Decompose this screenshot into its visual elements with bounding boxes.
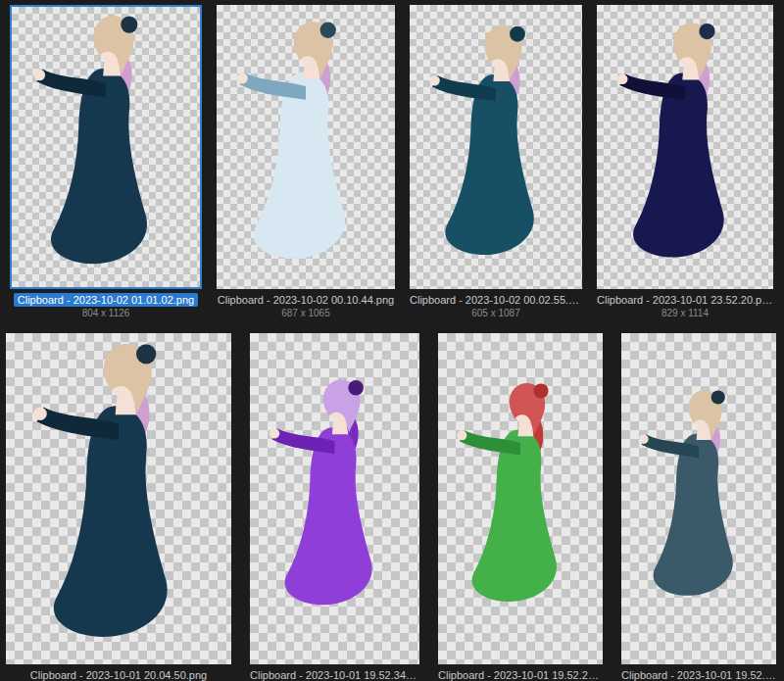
artwork-figure <box>250 333 419 664</box>
thumbnail-image[interactable] <box>250 333 419 664</box>
hair-flower-icon <box>533 383 548 398</box>
thumbnail-card[interactable]: Clipboard - 2023-10-02 00.02.55.png 605 … <box>410 5 582 319</box>
gallery-row-1: Clipboard - 2023-10-02 01.01.02.png 804 … <box>0 0 784 319</box>
thumbnail-image[interactable] <box>10 5 202 289</box>
thumbnail-card[interactable]: Clipboard - 2023-10-01 19.52.34.png <box>250 333 419 681</box>
hair-flower-icon <box>320 23 336 38</box>
artwork-figure <box>6 333 231 664</box>
figure-dress <box>445 74 534 255</box>
figure-hand <box>34 70 45 80</box>
figure-dress <box>633 73 724 257</box>
dimensions-label: 804 x 1126 <box>82 308 130 319</box>
thumbnail-image[interactable] <box>6 333 231 664</box>
figure-hand <box>270 428 279 438</box>
thumbnail-card[interactable]: Clipboard - 2023-10-02 01.01.02.png 804 … <box>10 5 202 319</box>
thumbnail-card[interactable]: Clipboard - 2023-10-02 00.10.44.png 687 … <box>217 5 395 319</box>
artwork-figure <box>410 5 582 289</box>
thumbnail-card[interactable]: Clipboard - 2023-10-01 19.52.24.png <box>438 333 603 681</box>
figure-hand <box>639 434 648 443</box>
thumbnail-image[interactable] <box>217 5 395 289</box>
figure-hand <box>33 407 47 420</box>
artwork-figure <box>438 333 603 664</box>
filename-label: Clipboard - 2023-10-02 00.10.44.png <box>218 293 394 307</box>
filename-label: Clipboard - 2023-10-01 19.52.10.png <box>621 668 776 681</box>
figure-dress <box>654 434 733 596</box>
hair-flower-icon <box>136 344 156 364</box>
thumbnail-image[interactable] <box>438 333 603 664</box>
figure-dress <box>54 406 168 637</box>
filename-label: Clipboard - 2023-10-01 19.52.24.png <box>438 668 603 681</box>
figure-dress <box>254 73 346 259</box>
dimensions-label: 605 x 1087 <box>471 308 520 319</box>
thumbnail-card[interactable]: Clipboard - 2023-10-01 19.52.10.png <box>621 333 776 681</box>
gallery-grid: Clipboard - 2023-10-02 01.01.02.png 804 … <box>0 0 784 681</box>
thumbnail-image[interactable] <box>621 333 776 664</box>
thumbnail-image[interactable] <box>410 5 582 289</box>
filename-label: Clipboard - 2023-10-01 20.04.50.png <box>30 668 207 681</box>
hair-flower-icon <box>510 26 525 42</box>
figure-dress <box>285 427 372 605</box>
filename-label: Clipboard - 2023-10-02 00.02.55.png <box>410 293 582 307</box>
dimensions-label: 829 x 1114 <box>662 308 709 319</box>
figure-hand <box>429 75 440 86</box>
figure-hand <box>457 430 466 440</box>
thumbnail-card[interactable]: Clipboard - 2023-10-01 20.04.50.png <box>6 333 231 681</box>
thumbnail-image[interactable] <box>597 5 773 289</box>
dimensions-label: 687 x 1065 <box>281 308 330 319</box>
artwork-figure <box>12 7 200 287</box>
artwork-figure <box>597 5 773 289</box>
gallery-row-2: Clipboard - 2023-10-01 20.04.50.png Clip… <box>0 333 784 681</box>
hair-flower-icon <box>348 380 364 396</box>
figure-hand <box>617 73 628 84</box>
artwork-figure <box>217 5 395 289</box>
figure-hand <box>237 73 248 83</box>
figure-dress <box>472 429 557 602</box>
thumbnail-card[interactable]: Clipboard - 2023-10-01 23.52.20.png 829 … <box>597 5 773 319</box>
figure-dress <box>51 69 147 264</box>
artwork-figure <box>621 333 776 664</box>
filename-label: Clipboard - 2023-10-02 01.01.02.png <box>14 293 198 307</box>
hair-flower-icon <box>711 390 725 404</box>
hair-flower-icon <box>121 17 137 33</box>
hair-flower-icon <box>699 24 714 39</box>
filename-label: Clipboard - 2023-10-01 23.52.20.png <box>597 293 773 307</box>
filename-label: Clipboard - 2023-10-01 19.52.34.png <box>250 668 419 681</box>
